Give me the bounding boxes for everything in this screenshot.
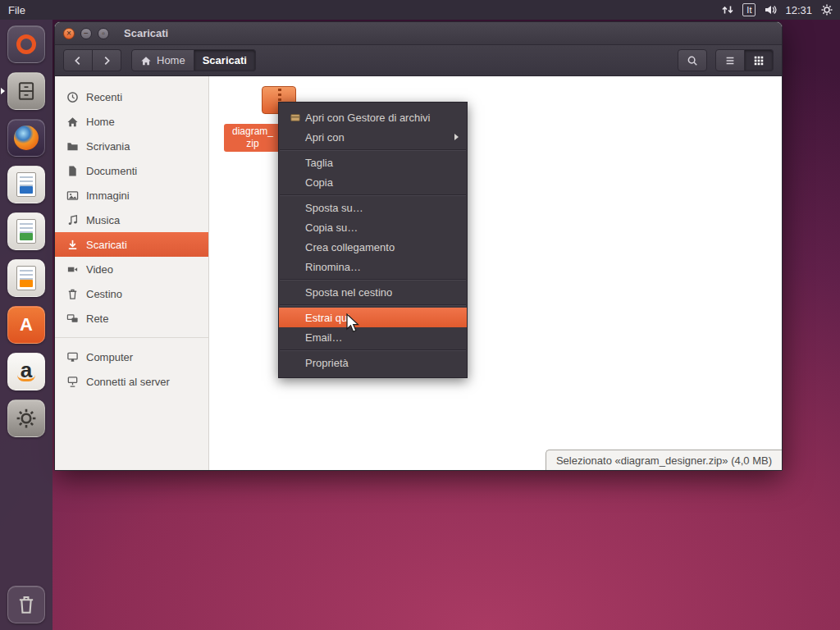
launcher-dash-home-button[interactable] [7, 25, 45, 63]
top-panel: File It 12:31 [0, 0, 840, 20]
folder-icon [66, 140, 79, 153]
sidebar-item-musica[interactable]: Musica [55, 208, 208, 232]
breadcrumb-current[interactable]: Scaricati [194, 49, 256, 71]
video-icon [66, 263, 79, 276]
music-note-icon [66, 214, 79, 226]
menu-item-apri-con-gestore-di-archivi[interactable]: Apri con Gestore di archivi [279, 107, 467, 127]
running-indicator [1, 88, 5, 94]
menu-item-taglia[interactable]: Taglia [279, 153, 467, 172]
list-view-icon [724, 55, 736, 66]
clock[interactable]: 12:31 [785, 4, 812, 16]
status-bar: Selezionato «diagram_designer.zip» (4,0 … [546, 450, 782, 470]
impress-icon [16, 266, 36, 290]
sidebar-item-home[interactable]: Home [55, 109, 208, 134]
menu-item-copia[interactable]: Copia [279, 172, 467, 192]
global-menu-file[interactable]: File [0, 0, 34, 20]
menu-item-proprieta[interactable]: Proprietà [279, 353, 467, 372]
menu-item-sposta-su[interactable]: Sposta su… [279, 198, 467, 217]
back-icon [72, 55, 84, 66]
menu-item-sposta-nel-cestino[interactable]: Sposta nel cestino [279, 282, 467, 302]
sidebar-item-scrivania[interactable]: Scrivania [55, 134, 208, 158]
sidebar-item-rete[interactable]: Rete [55, 306, 208, 331]
sidebar-item-cestino[interactable]: Cestino [55, 281, 208, 306]
close-button[interactable]: × [63, 28, 75, 39]
computer-icon [66, 351, 79, 363]
menu-item-apri-con[interactable]: Apri con [279, 127, 467, 147]
context-menu: Apri con Gestore di archivi Apri con Tag… [278, 102, 468, 378]
titlebar[interactable]: × − ▫ Scaricati [55, 22, 782, 45]
sidebar-separator [55, 337, 208, 338]
keyboard-layout-indicator[interactable]: It [742, 3, 756, 16]
toolbar: Home Scaricati [55, 45, 782, 76]
launcher-software-button[interactable]: A [7, 306, 45, 344]
menu-item-rinomina[interactable]: Rinomina… [279, 257, 467, 276]
menu-item-email[interactable]: Email… [279, 327, 467, 347]
amazon-icon: a [17, 362, 35, 381]
list-view-button[interactable] [715, 49, 745, 71]
menu-separator [280, 149, 466, 150]
sidebar-item-immagini[interactable]: Immagini [55, 183, 208, 208]
calc-icon [16, 219, 36, 244]
submenu-arrow-icon [454, 134, 459, 140]
forward-icon [101, 55, 112, 66]
launcher-files-button[interactable] [7, 72, 45, 110]
unity-launcher: A a [0, 20, 52, 630]
window-title: Scaricati [124, 27, 168, 39]
session-gear-icon[interactable] [820, 3, 833, 16]
menu-item-crea-collegamento[interactable]: Crea collegamento [279, 237, 467, 257]
launcher-calc-button[interactable] [7, 212, 45, 250]
breadcrumb-home[interactable]: Home [131, 49, 194, 71]
volume-icon[interactable] [764, 3, 777, 16]
launcher-firefox-button[interactable] [7, 119, 45, 157]
sync-arrows-icon[interactable] [721, 3, 734, 16]
sidebar-item-connetti-al-server[interactable]: Connetti al server [55, 369, 208, 394]
selected-file-label[interactable]: diagram_ zip [224, 124, 281, 152]
menu-separator [280, 349, 466, 350]
launcher-trash-button[interactable] [7, 586, 45, 623]
clock-icon [66, 91, 79, 103]
sidebar-item-scaricati[interactable]: Scaricati [55, 232, 208, 257]
sidebar: Recenti Home Scrivania Documenti Immagin… [55, 76, 209, 470]
grid-view-button[interactable] [745, 49, 774, 71]
menu-separator [280, 194, 466, 195]
search-button[interactable] [678, 49, 707, 71]
home-icon [66, 116, 79, 128]
file-cabinet-icon [16, 80, 37, 102]
writer-icon [16, 172, 36, 197]
sidebar-item-documenti[interactable]: Documenti [55, 158, 208, 183]
sidebar-item-video[interactable]: Video [55, 257, 208, 281]
launcher-writer-button[interactable] [7, 166, 45, 203]
maximize-button[interactable]: ▫ [98, 28, 109, 39]
document-icon [66, 165, 79, 177]
launcher-settings-button[interactable] [7, 399, 45, 437]
home-icon [140, 55, 152, 66]
settings-gear-icon [15, 407, 38, 430]
sidebar-item-computer[interactable]: Computer [55, 345, 208, 369]
sidebar-item-recenti[interactable]: Recenti [55, 84, 208, 109]
menu-item-copia-su[interactable]: Copia su… [279, 217, 467, 237]
software-center-icon: A [20, 314, 33, 336]
search-icon [687, 55, 698, 66]
firefox-icon [14, 126, 39, 150]
trash-icon [66, 288, 79, 300]
menu-separator [280, 304, 466, 305]
launcher-impress-button[interactable] [7, 259, 45, 297]
menu-item-estrai-qui[interactable]: Estrai qui [279, 308, 467, 327]
trash-icon [16, 594, 37, 615]
grid-view-icon [753, 55, 765, 66]
network-icon [66, 313, 79, 325]
minimize-button[interactable]: − [80, 28, 92, 39]
image-icon [66, 189, 79, 202]
server-icon [66, 376, 79, 388]
back-button[interactable] [63, 49, 93, 71]
menu-separator [280, 279, 466, 280]
archive-manager-icon [285, 112, 305, 123]
launcher-amazon-button[interactable]: a [7, 353, 45, 390]
forward-button[interactable] [93, 49, 121, 71]
ubuntu-logo-icon [16, 34, 36, 54]
mouse-cursor [346, 313, 362, 337]
download-icon [66, 239, 79, 251]
